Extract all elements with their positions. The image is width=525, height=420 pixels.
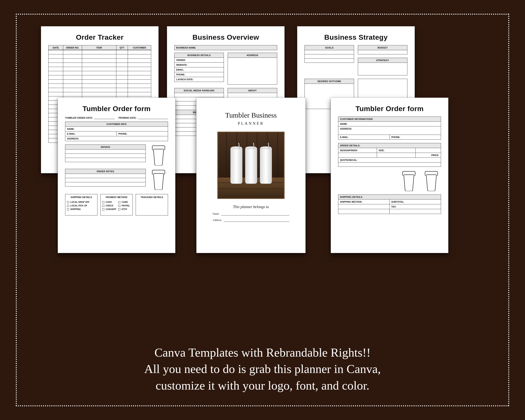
tax-label: TAX:: [390, 204, 441, 209]
b-shipping-row1: SHIPPING METHOD: SUBTOTAL:: [338, 199, 441, 204]
b-order-details-blank: [338, 163, 441, 167]
order-form-b-title: Tumbler Order form: [338, 105, 441, 113]
page-order-form-b: Tumbler Order form CUSTOMER INFORMATIONS…: [331, 98, 448, 253]
b-cups-area: [338, 170, 441, 191]
cup-icon: [151, 144, 166, 166]
business-details-header: BUSINESS DETAILS: [174, 53, 224, 58]
detail-owner: OWNER:: [174, 58, 224, 63]
notes-row: [65, 174, 146, 178]
caption-line2: All you need to do is grab this planner …: [16, 361, 509, 377]
b-name-field: NAME:: [338, 121, 441, 126]
payment-opt: ETSY: [118, 208, 131, 210]
cover-belongs: This planner belongs to: [204, 205, 298, 209]
desired-outcome-header: DESIRED OUTCOME: [304, 79, 354, 84]
order-tracker-title: Order Tracker: [48, 33, 151, 41]
social-header: SOCIAL MEDIA HANDLING: [174, 88, 224, 93]
about-header: ABOUT: [228, 88, 277, 93]
stage: Order Tracker DATE ORDER NO. ITEM QTY CU…: [16, 14, 509, 406]
marketing-caption: Canva Templates with Rebrandable Rights!…: [16, 344, 509, 394]
order-notes-header: ORDER NOTES: [65, 169, 146, 174]
email-phone-row: E-MAIL: PHONE:: [65, 131, 168, 136]
b-order-details-row1: DESIGN/FINISH: SIZE:: [338, 148, 441, 153]
b-address-field: ADDRESS:: [338, 126, 441, 135]
cover-fields: Name Address: [213, 212, 289, 222]
design-area: DESIGN: [65, 144, 168, 166]
order-form-a-dates: TUMBLER ORDER DATE: PROMISE DATE:: [65, 117, 168, 119]
social-row: [174, 93, 224, 97]
b-email-phone-row: E-MAIL: PHONE:: [338, 135, 441, 140]
business-overview-title: Business Overview: [174, 33, 277, 41]
size-label: SIZE:: [377, 148, 416, 153]
order-details-header: ORDER DETAILS:: [338, 143, 441, 148]
details-triptych: SHIPPING DETAILS LOCAL DROP OFF LOCAL PI…: [65, 194, 168, 215]
notes-area: ORDER NOTES: [65, 169, 168, 190]
b-shipping-details-header: SHIPPING DETAILS: [338, 195, 441, 199]
shipping-details-header: SHIPPING DETAILS: [67, 196, 95, 198]
price-label: PRICE:: [416, 153, 441, 158]
payment-opt: PAYPAL: [118, 205, 131, 207]
goals-row: [304, 54, 354, 59]
address-field: ADDRESS:: [65, 136, 168, 141]
payment-opt: CHECK: [102, 205, 116, 207]
caption-line3: customize it with your logo, font, and c…: [16, 377, 509, 394]
col-customer: CUSTOMER: [128, 45, 151, 50]
shipping-method-label: SHIPPING METHOD:: [338, 199, 390, 204]
shipping-opt: LOCAL PICK UP: [67, 205, 95, 207]
goals-header: GOALS: [304, 45, 354, 50]
payment-opt: CASHAPP: [102, 208, 116, 210]
strategy-top-grid: GOALS BUDGET STRATEGY: [304, 45, 407, 75]
cover-title: Tumbler Business: [204, 111, 298, 119]
col-order-no: ORDER NO.: [63, 45, 82, 50]
detail-website: WEBSITE:: [174, 63, 224, 67]
promise-date-label: PROMISE DATE:: [118, 117, 137, 119]
strategy-header: STRATEGY: [358, 58, 407, 63]
design-header: DESIGN: [65, 144, 146, 149]
b-shipping-row2: TAX:: [338, 204, 441, 209]
email-field: E-MAIL:: [65, 131, 117, 136]
tumblers-photo-icon: [218, 132, 284, 198]
svg-point-17: [261, 146, 271, 149]
svg-rect-13: [245, 147, 257, 184]
col-qty: QTY: [116, 45, 128, 50]
b-email-field: E-MAIL:: [338, 135, 390, 140]
phone-field: PHONE:: [117, 131, 168, 136]
cup-icon: [151, 169, 166, 190]
cover-photo-frame: [217, 132, 285, 199]
notes-row: [65, 182, 146, 187]
svg-rect-16: [260, 147, 272, 184]
b-order-details-row2: PRICE:: [338, 153, 441, 158]
cover-subtitle: PLANNER: [204, 121, 298, 126]
order-form-a-title: Tumbler Order form: [65, 105, 168, 113]
payment-method-header: PAYMENT METHOD: [102, 196, 131, 198]
goals-row: [304, 59, 354, 63]
svg-point-14: [246, 146, 257, 149]
col-date: DATE: [48, 45, 63, 50]
b-phone-field: PHONE:: [390, 135, 441, 140]
budget-row: [358, 50, 407, 54]
business-name-field: BUSINESS NAME:: [174, 45, 277, 50]
design-row: [65, 149, 146, 154]
page-cover: Tumbler Business PLANNER: [196, 98, 306, 253]
customer-info-header: CUSTOMER INFO: [65, 121, 168, 127]
cover-address-label: Address: [213, 218, 222, 222]
goals-row: [304, 50, 354, 54]
name-field: NAME:: [65, 127, 168, 131]
customer-informations-header: CUSTOMER INFORMATIONS: [338, 117, 441, 121]
quote-decal-field: QUOTE/DECAL:: [338, 158, 441, 163]
cover-name-label: Name: [213, 212, 219, 215]
notes-row: [65, 178, 146, 182]
payment-opt: CARD: [118, 201, 131, 203]
design-finish-label: DESIGN/FINISH:: [338, 148, 377, 153]
b-shipping-row3: [338, 209, 441, 214]
order-date-label: TUMBLER ORDER DATE:: [65, 117, 93, 119]
design-row: [65, 154, 146, 158]
caption-line1: Canva Templates with Rebrandable Rights!…: [16, 344, 509, 361]
address-header: ADDRESS: [228, 53, 277, 58]
payment-opt: CASH: [102, 201, 116, 203]
shipping-opt: LOCAL DROP OFF: [67, 201, 95, 203]
address-box: [228, 58, 277, 85]
col-item: ITEM: [82, 45, 116, 50]
shipping-opt: SHIPPING: [67, 208, 95, 210]
order-tracker-header-row: DATE ORDER NO. ITEM QTY CUSTOMER: [48, 45, 151, 50]
tracking-details-header: TRACKING DETAILS: [138, 196, 166, 198]
